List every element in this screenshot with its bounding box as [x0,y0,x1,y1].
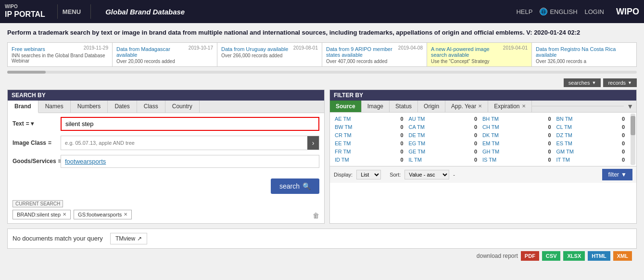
country-name: EG TM [409,140,426,146]
country-count: 0 [400,132,403,138]
records-counter-button[interactable]: records ▼ [603,78,637,87]
tab-dates[interactable]: Dates [108,101,137,113]
html-button[interactable]: HTML [588,251,610,261]
menu-button[interactable]: MENU [63,8,81,15]
pdf-button[interactable]: PDF [521,251,539,261]
search-button[interactable]: search 🔍 [271,178,319,194]
download-label: download report [477,253,518,259]
tag-brand-close[interactable]: ✕ [63,212,66,217]
searches-dropdown-icon: ▼ [592,80,596,85]
help-button[interactable]: HELP [516,8,532,15]
text-input[interactable] [61,117,319,131]
tab-class[interactable]: Class [137,101,165,113]
country-count: 0 [548,149,551,154]
filter-button[interactable]: filter ▼ [602,169,632,180]
country-item[interactable]: CL TM0 [554,123,628,131]
country-count: 0 [622,116,625,122]
goods-services-label: Goods/Services = [13,158,61,165]
filter-tab-image[interactable]: Image [362,101,390,112]
filter-expand-icon[interactable]: ▼ [624,101,636,112]
tab-numbers[interactable]: Numbers [71,101,108,113]
image-class-label: Image Class = [13,140,61,146]
filter-funnel-icon: ▼ [621,171,627,178]
news-desc-6: Over 326,000 records a [536,59,632,64]
xlsx-button[interactable]: XLSX [563,251,585,261]
delete-search-icon[interactable]: 🗑 [313,212,319,219]
display-select[interactable]: List Grid [356,170,381,179]
country-count: 0 [548,132,551,138]
tag-gs-close[interactable]: ✕ [124,212,127,217]
country-item[interactable]: DZ TM0 [554,131,628,139]
country-item[interactable]: IS TM0 [480,156,554,164]
country-item[interactable]: EE TM0 [332,140,406,147]
filter-tab-source[interactable]: Source [330,101,362,112]
search-by-header: SEARCH BY [8,90,324,101]
csv-button[interactable]: CSV [542,251,561,261]
ip-portal-label: IP PORTAL [5,10,45,19]
header-divider [57,4,58,19]
country-count: 0 [474,157,477,163]
country-item[interactable]: ES TM0 [554,140,628,147]
country-count: 0 [474,140,477,146]
text-dropdown[interactable]: = ▾ [26,120,34,127]
tmview-button[interactable]: TMview ↗ [110,233,147,244]
tab-names[interactable]: Names [38,101,71,113]
country-count: 0 [622,124,625,130]
country-item[interactable]: CR TM0 [332,131,406,139]
country-item[interactable]: GE TM0 [406,148,480,155]
filter-tab-expiration[interactable]: Expiration ✕ [488,101,531,112]
country-item[interactable]: AE TM0 [332,115,406,123]
current-search-tags: BRAND:silent step ✕ GS:footwearsports ✕ [13,210,319,219]
country-item[interactable]: IT TM0 [554,156,628,164]
country-item[interactable]: IL TM0 [406,156,480,164]
country-item[interactable]: EM TM0 [480,140,554,147]
country-item[interactable]: GM TM0 [554,148,628,155]
goods-services-input[interactable] [61,155,319,168]
country-item[interactable]: DK TM0 [480,131,554,139]
country-item[interactable]: ID TM0 [332,156,406,164]
country-item[interactable]: GH TM0 [480,148,554,155]
filter-scrollbar[interactable] [631,114,635,165]
news-scrollbar[interactable] [7,71,637,74]
country-item[interactable]: BW TM0 [332,123,406,131]
country-item[interactable]: CA TM0 [406,123,480,131]
header-divider2 [90,4,91,19]
country-name: BH TM [482,116,499,122]
country-item[interactable]: DE TM0 [406,131,480,139]
xml-button[interactable]: XML [613,251,632,261]
country-name: CH TM [482,124,499,130]
sort-label: Sort: [390,172,401,178]
image-class-expand-button[interactable]: › [307,136,319,150]
country-item[interactable]: BN TM0 [554,115,628,123]
filter-tab-origin[interactable]: Origin [418,101,445,112]
appyear-close-icon[interactable]: ✕ [478,103,482,109]
login-button[interactable]: LOGIN [585,8,604,15]
filter-scroll-thumb [631,116,635,135]
country-item[interactable]: FR TM0 [332,148,406,155]
country-item[interactable]: AU TM0 [406,115,480,123]
goods-services-text: Goods/Services [13,158,56,165]
country-item[interactable]: CH TM0 [480,123,554,131]
tab-brand[interactable]: Brand [8,101,38,113]
image-class-field-row: Image Class = › [13,136,319,150]
sort-select[interactable]: Value - asc Value - desc Count - asc Cou… [404,170,449,179]
country-item[interactable]: EG TM0 [406,140,480,147]
language-selector[interactable]: 🌐 ENGLISH [540,8,577,15]
news-title-6[interactable]: Data from Registro Na Costa Rica availab… [536,46,632,58]
filter-tab-status[interactable]: Status [390,101,418,112]
filter-tab-appyear[interactable]: App. Year ✕ [445,101,488,112]
news-date-3: 2019-08-01 [293,45,318,51]
searches-counter-button[interactable]: searches ▼ [564,78,601,87]
country-item[interactable]: BH TM0 [480,115,554,123]
image-class-input[interactable] [61,138,307,148]
country-name: DE TM [409,132,425,138]
tag-gs-text: GS:footwearsports [78,212,122,217]
top-counters: searches ▼ records ▼ [7,78,637,87]
country-count: 0 [400,124,403,130]
expiration-close-icon[interactable]: ✕ [522,103,526,109]
country-count: 0 [400,149,403,154]
spacer: - [453,172,598,178]
image-class-text: Image Class [13,140,46,146]
text-label: Text [13,120,24,127]
tab-country[interactable]: Country [165,101,200,113]
